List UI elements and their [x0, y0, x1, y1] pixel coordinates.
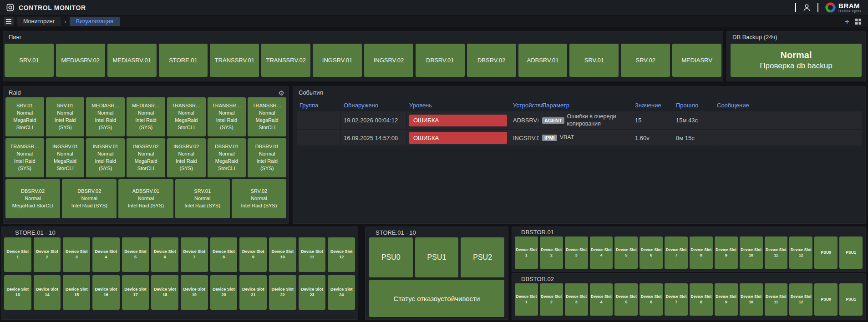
device-slot-tile[interactable]: Device Slot 10 [269, 237, 296, 272]
raid-tile[interactable]: TRANSSR… Normal MegaRaid StorCLI [167, 97, 206, 136]
raid-tile[interactable]: DBSRV.01 Normal MegaRaid StorCLI [208, 138, 246, 177]
raid-tile[interactable]: ADBSRV.01 Normal Intel Raid (SYS) [118, 179, 173, 218]
ping-tile[interactable]: MEDIASRV.01 [107, 44, 157, 77]
ping-tile[interactable]: INGSRV.01 [313, 44, 362, 77]
device-slot-tile[interactable]: Device Slot 2 [540, 236, 563, 269]
event-row[interactable]: 19.02.2026 00:04:12 ОШИБКА ADBSRV.01 AGE… [297, 111, 862, 129]
device-slot-tile[interactable]: Device Slot 24 [328, 275, 355, 310]
device-slot-tile[interactable]: Device Slot 13 [4, 275, 31, 310]
device-slot-tile[interactable]: Device Slot 2 [34, 237, 61, 272]
raid-tile[interactable]: SRV.02 Normal Intel Raid (SYS) [232, 179, 286, 218]
ping-tile[interactable]: MEDIASRV [672, 44, 721, 77]
device-slot-tile[interactable]: Device Slot 9 [239, 237, 267, 272]
col-device[interactable]: Устройство [510, 99, 539, 111]
ping-tile[interactable]: DBSRV.01 [416, 44, 465, 77]
device-slot-tile[interactable]: Device Slot 2 [540, 283, 563, 316]
device-slot-tile[interactable]: Device Slot 7 [665, 283, 688, 316]
menu-toggle-button[interactable] [4, 17, 14, 25]
raid-tile[interactable]: INGSRV.01 Normal Intel Raid (SYS) [86, 138, 125, 177]
raid-tile[interactable]: TRANSSR… Normal Intel Raid (SYS) [208, 97, 246, 136]
device-slot-tile[interactable]: Device Slot 11 [299, 237, 326, 272]
device-slot-tile[interactable]: Device Slot 10 [740, 283, 763, 316]
device-slot-tile[interactable]: Device Slot 23 [299, 275, 326, 310]
db-backup-status-tile[interactable]: Normal Проверка db backup [731, 44, 862, 77]
ping-tile[interactable]: STORE.01 [159, 44, 208, 77]
dbstor1-panel-title[interactable]: DBSTOR.01 [512, 227, 865, 236]
ping-tile[interactable]: SRV.01 [5, 44, 54, 77]
dbstor2-panel-title[interactable]: DBSTOR.02 [512, 274, 865, 283]
raid-tile[interactable]: TRANSSR… Normal MegaRaid StorCLI [248, 97, 286, 136]
device-slot-tile[interactable]: Device Slot 1 [515, 283, 538, 316]
device-slot-tile[interactable]: Device Slot 14 [34, 275, 61, 310]
device-slot-tile[interactable]: Device Slot 5 [614, 283, 638, 316]
psu-tile[interactable]: PSU0 [369, 237, 413, 277]
device-slot-tile[interactable]: Device Slot 6 [640, 236, 663, 269]
device-slot-tile[interactable]: Device Slot 5 [122, 237, 149, 272]
raid-tile[interactable]: DBSRV.02 Normal MegaRaid StorCLI [5, 179, 60, 218]
ping-tile[interactable]: TRANSSRV.01 [210, 44, 259, 77]
raid-tile[interactable]: MEDIASR… Normal Intel Raid (SYS) [86, 97, 125, 136]
device-slot-tile[interactable]: Device Slot 3 [565, 236, 588, 269]
psu-tile[interactable]: PSU1 [839, 283, 863, 316]
raid-tile[interactable]: INGSRV.01 Normal MegaRaid StorCLI [46, 138, 85, 177]
device-slot-tile[interactable]: Device Slot 8 [690, 236, 713, 269]
ping-panel-title[interactable]: Пинг [3, 31, 723, 42]
psu-tile[interactable]: PSU0 [814, 283, 838, 316]
device-slot-tile[interactable]: Device Slot 11 [765, 283, 788, 316]
psu-tile[interactable]: PSU1 [839, 236, 863, 269]
device-slot-tile[interactable]: Device Slot 16 [92, 275, 120, 310]
device-slot-tile[interactable]: Device Slot 18 [151, 275, 178, 310]
col-value[interactable]: Значение [632, 99, 673, 111]
ping-tile[interactable]: INGSRV.02 [364, 44, 413, 77]
device-slot-tile[interactable]: Device Slot 12 [789, 236, 812, 269]
db-backup-panel-title[interactable]: DB Backup (24ч) [727, 31, 865, 42]
psu-tile[interactable]: PSU2 [461, 237, 504, 277]
device-slot-tile[interactable]: Device Slot 12 [328, 237, 355, 272]
raid-tile[interactable]: INGSRV.02 Normal Intel Raid (SYS) [167, 138, 206, 177]
device-slot-tile[interactable]: Device Slot 1 [4, 237, 31, 272]
device-slot-tile[interactable]: Device Slot 4 [590, 236, 613, 269]
raid-tile[interactable]: SRV.01 Normal Intel Raid (SYS) [175, 179, 230, 218]
device-slot-tile[interactable]: Device Slot 7 [665, 236, 688, 269]
raid-tile[interactable]: INGSRV.02 Normal MegaRaid StorCLI [127, 138, 165, 177]
raid-tile[interactable]: MEDIASR… Normal Intel Raid (SYS) [127, 97, 165, 136]
raid-tile[interactable]: DBSRV.01 Normal Intel Raid (SYS) [248, 138, 286, 177]
add-panel-icon[interactable]: + [845, 18, 849, 25]
ping-tile[interactable]: DBSRV.02 [467, 44, 516, 77]
device-slot-tile[interactable]: Device Slot 4 [92, 237, 120, 272]
device-slot-tile[interactable]: Device Slot 6 [640, 283, 663, 316]
device-slot-tile[interactable]: Device Slot 17 [122, 275, 149, 310]
device-slot-tile[interactable]: Device Slot 20 [210, 275, 238, 310]
col-level[interactable]: Уровень [406, 99, 510, 111]
ping-tile[interactable]: ADBSRV.01 [518, 44, 568, 77]
device-slot-tile[interactable]: Device Slot 10 [740, 236, 763, 269]
raid-tile[interactable]: SRV.01 Normal MegaRaid StorCLI [5, 97, 44, 136]
breadcrumb-monitoring[interactable]: Мониторинг [17, 17, 61, 26]
raid-panel-title[interactable]: Raid [3, 87, 289, 97]
device-slot-tile[interactable]: Device Slot 5 [614, 236, 638, 269]
device-slot-tile[interactable]: Device Slot 22 [269, 275, 296, 310]
breadcrumb-visualization[interactable]: Визуализация [70, 17, 120, 26]
device-slot-tile[interactable]: Device Slot 9 [715, 236, 738, 269]
device-slot-tile[interactable]: Device Slot 21 [239, 275, 267, 310]
col-group[interactable]: Группа [297, 99, 341, 111]
ping-tile[interactable]: MEDIASRV.02 [56, 44, 105, 77]
psu-tile[interactable]: PSU1 [415, 237, 459, 277]
gear-icon[interactable]: ⚙ [279, 90, 284, 96]
col-detected[interactable]: Обнаружено [341, 99, 406, 111]
device-slot-tile[interactable]: Device Slot 11 [765, 236, 788, 269]
device-slot-tile[interactable]: Device Slot 3 [565, 283, 588, 316]
device-slot-tile[interactable]: Device Slot 8 [690, 283, 713, 316]
user-profile-icon[interactable] [802, 3, 811, 12]
device-slot-tile[interactable]: Device Slot 9 [715, 283, 738, 316]
ping-tile[interactable]: SRV.02 [621, 44, 670, 77]
device-slot-tile[interactable]: Device Slot 6 [151, 237, 178, 272]
device-slot-tile[interactable]: Device Slot 4 [590, 283, 613, 316]
event-row[interactable]: 16.09.2025 14:57:08 ОШИБКА INGSRV.01 IPM… [297, 130, 862, 146]
device-slot-tile[interactable]: Device Slot 12 [789, 283, 812, 316]
device-slot-tile[interactable]: Device Slot 3 [63, 237, 90, 272]
raid-tile[interactable]: DBSRV.02 Normal Intel Raid (SYS) [62, 179, 117, 218]
device-slot-tile[interactable]: Device Slot 19 [181, 275, 208, 310]
store-slots-panel-title[interactable]: STORE.01 - 10 [1, 227, 358, 237]
store-psu-panel-title[interactable]: STORE.01 - 10 [365, 227, 508, 237]
